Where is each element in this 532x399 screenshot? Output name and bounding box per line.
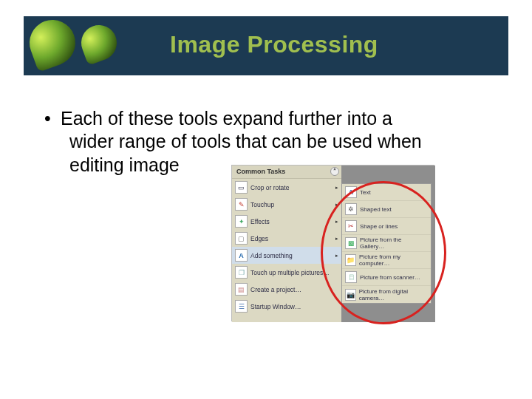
flyout-label: Text <box>360 189 371 196</box>
page-title: Image Processing <box>170 31 378 58</box>
flyout-picture-computer[interactable]: 📁 Picture from my computer… <box>342 252 431 269</box>
chevron-right-icon: ▸ <box>335 253 338 259</box>
crop-icon: ▭ <box>235 181 248 194</box>
bullet-dot: • <box>44 107 61 130</box>
task-crop-or-rotate[interactable]: ▭ Crop or rotate ▸ <box>232 179 341 196</box>
leaf-icon <box>76 20 122 66</box>
task-label: Crop or rotate <box>250 184 289 191</box>
bullet-line-2: wider range of tools that can be used wh… <box>44 130 488 153</box>
task-label: Startup Window… <box>250 303 301 310</box>
flyout-picture-camera[interactable]: 📷 Picture from digital camera… <box>342 286 431 303</box>
collapse-icon[interactable]: ˄ <box>330 167 339 176</box>
task-startup-window[interactable]: ☰ Startup Window… <box>232 298 341 315</box>
common-tasks-header[interactable]: Common Tasks ˄ <box>232 166 341 179</box>
task-label: Create a project… <box>250 286 301 293</box>
common-tasks-title: Common Tasks <box>236 168 285 175</box>
task-effects[interactable]: ✦ Effects ▸ <box>232 213 341 230</box>
common-tasks-panel: Common Tasks ˄ ▭ Crop or rotate ▸ ✎ Touc… <box>232 166 341 322</box>
flyout-label: Picture from scanner… <box>360 274 420 281</box>
gallery-icon: ▩ <box>345 237 357 249</box>
camera-icon: 📷 <box>345 289 356 301</box>
logo-leaves <box>30 7 148 78</box>
chevron-right-icon: ▸ <box>335 219 338 225</box>
screenshot-panel: Common Tasks ˄ ▭ Crop or rotate ▸ ✎ Touc… <box>231 165 434 321</box>
flyout-picture-gallery[interactable]: ▩ Picture from the Gallery… <box>342 235 431 252</box>
leaf-icon <box>23 13 81 72</box>
effects-icon: ✦ <box>235 215 248 228</box>
edges-icon: ▢ <box>235 232 248 245</box>
task-touchup[interactable]: ✎ Touchup ▸ <box>232 196 341 213</box>
flyout-label: Shape or lines <box>360 223 398 230</box>
text-icon: A <box>345 186 357 198</box>
startup-icon: ☰ <box>235 300 248 313</box>
task-add-something[interactable]: A Add something ▸ <box>232 247 341 264</box>
task-label: Touch up multiple pictures… <box>250 269 330 276</box>
task-label: Touchup <box>250 201 274 208</box>
multi-icon: ❐ <box>235 266 248 279</box>
flyout-label: Picture from digital camera… <box>359 288 428 301</box>
flyout-label: Picture from the Gallery… <box>360 236 428 250</box>
chevron-right-icon: ▸ <box>335 236 338 242</box>
task-edges[interactable]: ▢ Edges ▸ <box>232 230 341 247</box>
task-label: Edges <box>250 235 268 242</box>
flyout-shape-or-lines[interactable]: ✂ Shape or lines <box>342 218 431 235</box>
bullet-line-1: Each of these tools expand further into … <box>61 108 392 129</box>
flyout-text[interactable]: A Text <box>342 184 431 201</box>
scanner-icon: ⌸ <box>345 271 357 283</box>
flyout-picture-scanner[interactable]: ⌸ Picture from scanner… <box>342 269 431 286</box>
flyout-label: Shaped text <box>360 206 392 213</box>
task-create-project[interactable]: ▤ Create a project… <box>232 281 341 298</box>
shape-lines-icon: ✂ <box>345 220 357 232</box>
chevron-right-icon: ▸ <box>335 202 338 208</box>
brush-icon: ✎ <box>235 198 248 211</box>
computer-icon: 📁 <box>345 254 356 266</box>
task-label: Effects <box>250 218 270 225</box>
task-touchup-multiple[interactable]: ❐ Touch up multiple pictures… <box>232 264 341 281</box>
flyout-shaped-text[interactable]: ✲ Shaped text <box>342 201 431 218</box>
project-icon: ▤ <box>235 283 248 296</box>
add-something-flyout: A Text ✲ Shaped text ✂ Shape or lines ▩ … <box>341 183 432 304</box>
task-label: Add something <box>250 252 293 259</box>
chevron-right-icon: ▸ <box>335 185 338 191</box>
flyout-label: Picture from my computer… <box>359 253 428 267</box>
shaped-text-icon: ✲ <box>345 203 357 215</box>
add-text-icon: A <box>235 249 248 262</box>
